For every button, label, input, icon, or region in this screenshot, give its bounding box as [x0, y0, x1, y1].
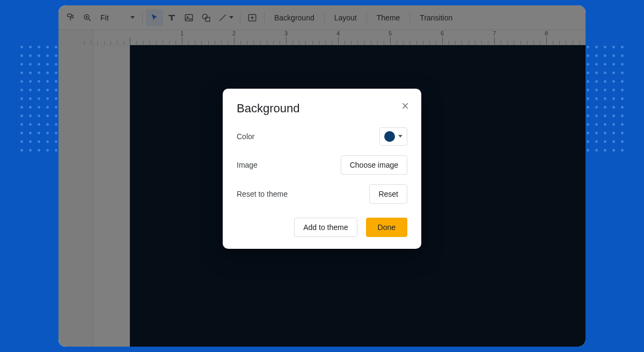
image-label: Image [237, 161, 258, 169]
image-row: Image Choose image [237, 155, 407, 175]
reset-button[interactable]: Reset [369, 184, 407, 204]
done-button[interactable]: Done [366, 218, 407, 237]
add-to-theme-button[interactable]: Add to theme [294, 218, 357, 237]
color-row: Color [237, 127, 407, 146]
color-picker-button[interactable] [379, 127, 407, 146]
close-icon [401, 102, 409, 110]
color-label: Color [237, 132, 254, 141]
choose-image-button[interactable]: Choose image [341, 155, 407, 175]
reset-row: Reset to theme Reset [237, 184, 407, 204]
reset-label: Reset to theme [237, 190, 288, 198]
background-dialog: Background Color Image Choose image Rese… [223, 89, 421, 249]
color-swatch [384, 131, 395, 142]
app-window: Fit [58, 5, 586, 347]
chevron-down-icon [398, 135, 402, 138]
dialog-title: Background [237, 102, 407, 116]
dialog-actions: Add to theme Done [237, 218, 407, 237]
dialog-overlay: Background Color Image Choose image Rese… [58, 5, 586, 347]
close-button[interactable] [398, 98, 413, 113]
